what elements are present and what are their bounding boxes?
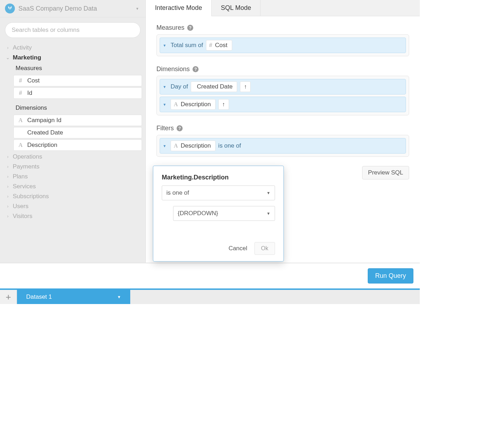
- help-icon[interactable]: ?: [187, 25, 193, 31]
- caret-right-icon: ›: [6, 174, 10, 179]
- tree-item-operations[interactable]: › Operations: [4, 152, 142, 162]
- measure-chip[interactable]: ▼ Total sum of # Cost: [160, 38, 406, 53]
- caret-right-icon: ›: [6, 214, 10, 219]
- postgres-icon: [5, 4, 15, 13]
- section-label-filters: Filters: [156, 125, 174, 132]
- dimension-chip-created-date[interactable]: ▼ Day of Created Date ↑: [160, 79, 406, 94]
- text-icon: A: [17, 142, 24, 148]
- chevron-down-icon: ▼: [267, 211, 270, 216]
- section-label-dimensions: Dimensions: [156, 65, 190, 73]
- text-icon: A: [174, 143, 178, 149]
- hash-icon: #: [17, 78, 24, 84]
- tree-label: Services: [13, 183, 36, 190]
- value-select[interactable]: {DROPDOWN} ▼: [173, 206, 275, 221]
- chevron-down-icon: ▼: [267, 191, 270, 195]
- field-label: Created Date: [27, 129, 63, 136]
- field-chip-description[interactable]: A Description: [171, 99, 216, 110]
- tab-sql[interactable]: SQL Mode: [212, 0, 260, 16]
- schema-tree: › Activity ⌄ Marketing Measures # Cost #…: [0, 43, 145, 225]
- tree-item-marketing[interactable]: ⌄ Marketing: [4, 53, 142, 63]
- tree-item-subscriptions[interactable]: › Subscriptions: [4, 191, 142, 201]
- chevron-down-icon[interactable]: ▼: [163, 44, 168, 47]
- add-dataset-button[interactable]: +: [0, 290, 17, 304]
- field-chip-description[interactable]: A Description: [171, 141, 216, 151]
- operator-select[interactable]: is one of ▼: [162, 185, 275, 200]
- caret-right-icon: ›: [6, 204, 10, 209]
- text-icon: A: [174, 101, 178, 108]
- field-label: Cost: [27, 77, 40, 84]
- operator-value: is one of: [166, 189, 189, 196]
- caret-right-icon: ›: [6, 45, 10, 50]
- chevron-down-icon[interactable]: ▼: [163, 144, 168, 148]
- tree-label: Activity: [13, 44, 32, 51]
- tree-item-activity[interactable]: › Activity: [4, 43, 142, 53]
- field-chip-label: Description: [181, 101, 211, 108]
- text-icon: A: [17, 117, 24, 124]
- section-filters: Filters ? ▼ A Description is one of: [156, 125, 409, 157]
- group-title-measures: Measures: [13, 63, 142, 74]
- dataset-tab-1[interactable]: Dataset 1 ▼: [17, 290, 130, 304]
- tree-group-measures: Measures # Cost # Id Dimensions A Campai…: [4, 63, 142, 151]
- dataset-tab-label: Dataset 1: [26, 293, 52, 300]
- help-icon[interactable]: ?: [193, 66, 199, 72]
- datasource-selector[interactable]: SaaS Company Demo Data ▼: [0, 0, 145, 17]
- caret-right-icon: ›: [6, 194, 10, 199]
- field-chip-label: Description: [181, 142, 211, 149]
- field-label: Id: [27, 90, 32, 97]
- section-dimensions: Dimensions ? ▼ Day of Created Date ↑: [156, 65, 409, 115]
- field-chip-label: Created Date: [197, 83, 233, 90]
- dimension-chip-description[interactable]: ▼ A Description ↑: [160, 97, 406, 112]
- chevron-down-icon: ▼: [136, 7, 139, 11]
- caret-right-icon: ›: [6, 164, 10, 169]
- mode-tabs: Interactive Mode SQL Mode: [146, 0, 420, 16]
- tree-item-plans[interactable]: › Plans: [4, 172, 142, 182]
- preview-sql-button[interactable]: Preview SQL: [362, 166, 409, 179]
- granularity-op: Day of: [171, 83, 188, 90]
- chevron-down-icon[interactable]: ▼: [117, 295, 121, 299]
- tree-label: Users: [13, 203, 28, 210]
- sort-asc-button[interactable]: ↑: [218, 99, 229, 110]
- tree-item-payments[interactable]: › Payments: [4, 162, 142, 172]
- svg-point-0: [9, 7, 10, 8]
- hash-icon: #: [209, 42, 212, 48]
- field-chip-created-date[interactable]: Created Date: [191, 81, 237, 92]
- cancel-button[interactable]: Cancel: [226, 243, 250, 254]
- sidebar: SaaS Company Demo Data ▼ › Activity ⌄ Ma…: [0, 0, 146, 263]
- filter-editor-popover: Marketing.Description is one of ▼ {DROPD…: [153, 166, 284, 262]
- datasource-title: SaaS Company Demo Data: [18, 5, 132, 12]
- field-id[interactable]: # Id: [13, 87, 142, 99]
- section-label-measures: Measures: [156, 24, 184, 31]
- sort-asc-button[interactable]: ↑: [240, 81, 251, 92]
- field-campaign-id[interactable]: A Campaign Id: [13, 115, 142, 126]
- top-area: SaaS Company Demo Data ▼ › Activity ⌄ Ma…: [0, 0, 420, 263]
- field-cost[interactable]: # Cost: [13, 75, 142, 86]
- measures-dropzone[interactable]: ▼ Total sum of # Cost: [156, 34, 409, 56]
- tree-label: Payments: [13, 163, 40, 170]
- section-measures: Measures ? ▼ Total sum of # Cost: [156, 24, 409, 56]
- ok-button[interactable]: Ok: [254, 242, 275, 255]
- field-chip-cost[interactable]: # Cost: [206, 40, 232, 51]
- search-input[interactable]: [5, 22, 141, 38]
- field-created-date[interactable]: Created Date: [13, 127, 142, 138]
- filters-dropzone[interactable]: ▼ A Description is one of: [156, 135, 409, 157]
- run-query-button[interactable]: Run Query: [368, 268, 413, 284]
- dimensions-dropzone[interactable]: ▼ Day of Created Date ↑ ▼ A: [156, 76, 409, 115]
- tree-item-visitors[interactable]: › Visitors: [4, 211, 142, 221]
- field-description[interactable]: A Description: [13, 139, 142, 151]
- query-builder: Measures ? ▼ Total sum of # Cost: [146, 16, 420, 187]
- tree-label: Visitors: [13, 213, 32, 220]
- filter-chip-description[interactable]: ▼ A Description is one of: [160, 138, 406, 154]
- svg-point-1: [11, 7, 11, 8]
- chevron-down-icon[interactable]: ▼: [163, 103, 168, 107]
- tree-item-users[interactable]: › Users: [4, 201, 142, 211]
- value-placeholder: {DROPDOWN}: [178, 210, 218, 217]
- tree-item-services[interactable]: › Services: [4, 182, 142, 191]
- tree-label: Plans: [13, 173, 28, 180]
- chevron-down-icon[interactable]: ▼: [163, 85, 168, 89]
- help-icon[interactable]: ?: [177, 125, 183, 131]
- tab-interactive[interactable]: Interactive Mode: [146, 0, 212, 16]
- caret-right-icon: ›: [6, 184, 10, 189]
- popover-actions: Cancel Ok: [162, 242, 275, 255]
- hash-icon: #: [17, 90, 24, 96]
- group-title-dimensions: Dimensions: [13, 102, 142, 114]
